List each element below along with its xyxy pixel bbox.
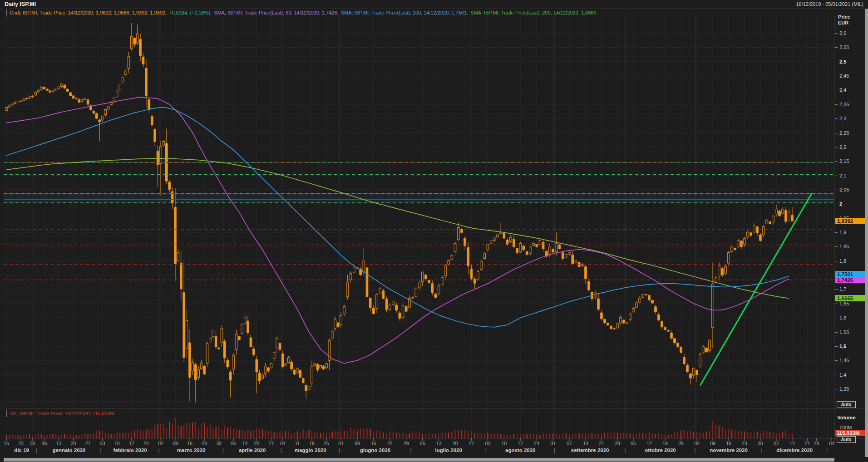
month-separator: |	[826, 447, 828, 453]
month-label: dic 19	[14, 447, 29, 453]
chart-plot[interactable]	[0, 9, 865, 457]
date-tick-label: 04	[277, 441, 289, 446]
date-tick-label: 29	[400, 441, 412, 446]
price-tick-label: 2,55	[839, 44, 865, 50]
vertical-scrollbar[interactable]	[865, 9, 868, 457]
price-tick-dash	[835, 190, 838, 190]
month-separator: |	[695, 447, 696, 453]
date-tick-label: 24	[531, 441, 542, 446]
price-tick-dash	[835, 375, 838, 375]
date-tick-label: 28	[612, 441, 623, 446]
month-separator: |	[625, 447, 626, 453]
price-tick-dash	[835, 147, 838, 147]
volume-axis-title: Volume	[837, 415, 856, 420]
date-tick-label: 09	[169, 441, 181, 446]
date-tick-label: 03	[482, 441, 493, 446]
price-tick-dash	[835, 360, 838, 361]
chart-title: Daily ISP.MI	[5, 1, 36, 7]
month-label: giugno 2020	[360, 447, 390, 453]
volume-current-label: 115,933M	[835, 430, 867, 436]
price-tick-label: 2,3	[839, 116, 865, 121]
date-tick-label: 24	[140, 441, 152, 446]
price-tick-dash	[835, 33, 838, 34]
chart-canvas[interactable]	[0, 9, 865, 457]
date-tick-label: 12	[643, 441, 655, 446]
date-tick-label: 04	[826, 441, 838, 446]
volume-auto-scale-button[interactable]: Auto	[837, 436, 856, 443]
month-label: febbraio 2020	[113, 447, 147, 453]
month-separator: |	[761, 447, 763, 453]
price-tick-label: 2,15	[839, 158, 865, 164]
price-axis-title: Price EUR	[838, 14, 850, 26]
price-tick-label: 1,85	[839, 244, 865, 249]
price-tick-dash	[835, 389, 838, 389]
date-tick-label: 30	[213, 441, 225, 446]
sma100-line[interactable]	[6, 107, 789, 327]
volume-legend[interactable]: Vol; ISP.MI; Trade Price; 14/12/2020; 11…	[6, 410, 114, 417]
sma50-line[interactable]	[6, 97, 789, 364]
chart-window: Daily ISP.MI 16/12/2019 - 05/01/2021 (MI…	[0, 0, 868, 462]
date-tick-label: 25	[321, 441, 332, 446]
price-tick-label: 2,2	[839, 144, 865, 150]
month-label: maggio 2020	[295, 447, 326, 453]
price-tick-label: 1,8	[839, 258, 865, 264]
price-tick-label: 1,7	[839, 286, 865, 292]
date-tick-label: 14	[786, 441, 798, 446]
price-tick-label: 2,05	[839, 187, 865, 192]
last-price-label: 1,9392	[835, 218, 867, 224]
date-tick-label: 11	[291, 441, 303, 446]
date-tick-label: 19	[659, 441, 671, 446]
date-tick-label: 13	[53, 441, 64, 446]
date-tick-label: 27	[265, 441, 277, 446]
support-resistance-lines[interactable]	[4, 162, 834, 280]
date-tick-label: 18	[306, 441, 318, 446]
date-tick-label: 03	[97, 441, 108, 446]
resistance-band	[4, 194, 834, 203]
month-label: dicembre 2020	[776, 447, 813, 453]
candlestick-series	[5, 23, 794, 403]
price-tick-dash	[835, 176, 838, 176]
price-tick-label: 1,65	[839, 301, 865, 306]
date-tick-label: 23	[198, 441, 210, 446]
date-tick-label: 07	[770, 441, 782, 446]
price-tick-label: 2,5	[839, 59, 865, 64]
price-auto-scale-button[interactable]: Auto	[837, 401, 856, 408]
date-tick-label: 20	[251, 441, 262, 446]
price-tick-label: 2,35	[839, 102, 865, 107]
price-tick-label: 1,9	[839, 230, 865, 235]
date-tick-label: 16	[0, 441, 12, 446]
month-separator: |	[158, 447, 160, 453]
price-tick-dash	[835, 289, 838, 290]
date-tick-label: 16	[184, 441, 196, 446]
month-label: novembre 2020	[710, 447, 748, 453]
price-tick-dash	[835, 47, 838, 48]
price-tick-label: 1,45	[839, 358, 865, 363]
price-tick-label: 1,5	[839, 344, 865, 349]
month-separator: |	[485, 447, 487, 453]
month-label: marzo 2020	[177, 447, 206, 453]
date-tick-label: 26	[675, 441, 687, 446]
price-tick-dash	[835, 76, 838, 76]
month-label: luglio 2020	[435, 447, 462, 453]
date-tick-label: 21	[596, 441, 607, 446]
price-tick-dash	[835, 104, 838, 105]
month-separator: |	[554, 447, 555, 453]
date-tick-label: 06	[417, 441, 429, 446]
price-tick-dash	[835, 62, 838, 62]
month-separator: |	[100, 447, 101, 453]
month-label: gennaio 2020	[52, 447, 85, 453]
price-tick-label: 2	[839, 201, 865, 206]
horizontal-scrollbar[interactable]	[4, 458, 834, 462]
month-separator: |	[281, 447, 282, 453]
date-tick-label: 01	[335, 441, 347, 446]
date-tick-label: 02	[691, 441, 703, 446]
date-tick-label: 16	[723, 441, 735, 446]
date-tick-label: 20	[449, 441, 461, 446]
month-separator: |	[410, 447, 412, 453]
price-tick-dash	[835, 332, 838, 333]
date-tick-label: 14	[580, 441, 592, 446]
sma200-line[interactable]	[6, 158, 789, 298]
date-tick-label: 17	[514, 441, 526, 446]
price-tick-dash	[835, 118, 838, 119]
date-tick-label: 06	[38, 441, 50, 446]
